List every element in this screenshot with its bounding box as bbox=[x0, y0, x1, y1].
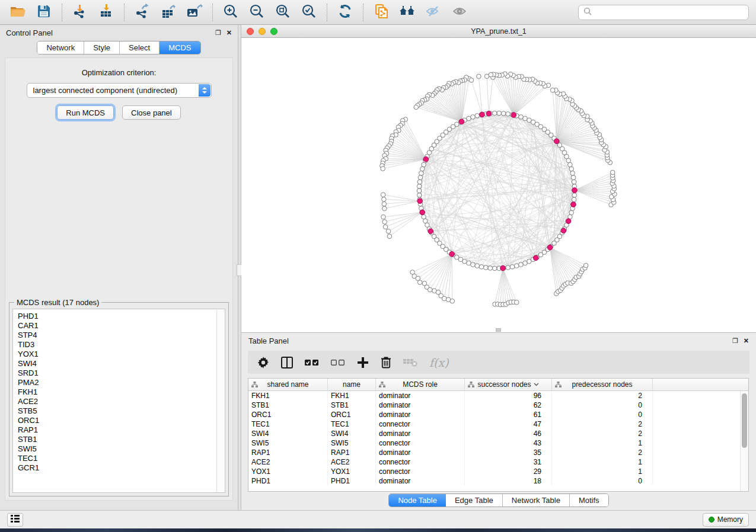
mcds-result-item[interactable]: TEC1 bbox=[18, 454, 212, 463]
column-chooser-icon[interactable] bbox=[281, 354, 293, 371]
task-list-icon bbox=[11, 514, 20, 525]
deselect-all-icon[interactable] bbox=[331, 354, 345, 371]
save-session-button[interactable] bbox=[33, 2, 55, 23]
right-area: YPA_prune.txt_1 Table Panel bbox=[241, 25, 756, 510]
graph-leaf-nodes[interactable] bbox=[380, 72, 617, 307]
table-scrollbar[interactable] bbox=[740, 391, 748, 491]
network-canvas[interactable] bbox=[241, 38, 756, 332]
mcds-result-group: MCDS result (17 nodes) PHD1CAR1STP4TID3Y… bbox=[9, 302, 229, 496]
tab-edge-table[interactable]: Edge Table bbox=[446, 494, 503, 507]
mcds-result-listbox[interactable]: PHD1CAR1STP4TID3YOX1SWI4SRD1PMA2FKH1ACE2… bbox=[12, 309, 225, 493]
mcds-result-item[interactable]: SWI5 bbox=[18, 444, 212, 454]
zoom-out-button[interactable] bbox=[246, 2, 267, 23]
float-panel-icon[interactable]: ❐ bbox=[732, 338, 738, 344]
toolbar-separator bbox=[363, 4, 363, 21]
close-panel-icon[interactable]: ✕ bbox=[227, 30, 232, 36]
table-panel-header: Table Panel ❐ ✕ bbox=[241, 333, 756, 348]
import-network-button[interactable] bbox=[69, 2, 91, 23]
function-builder-icon[interactable]: f(x) bbox=[429, 354, 449, 371]
select-all-icon[interactable] bbox=[305, 354, 319, 371]
column-header-predecessor-nodes[interactable]: predecessor nodes bbox=[552, 379, 653, 390]
mcds-result-item[interactable]: CAR1 bbox=[18, 321, 212, 331]
table-row[interactable]: SWI4SWI4dominator462 bbox=[248, 429, 740, 438]
node-table: shared namenameMCDS rolesuccessor nodesp… bbox=[248, 378, 749, 492]
search-field[interactable] bbox=[578, 5, 749, 20]
table-row[interactable]: STB1STB1dominator620 bbox=[248, 400, 740, 410]
table-row[interactable]: YOX1YOX1connector291 bbox=[248, 467, 740, 476]
mcds-result-item[interactable]: PHD1 bbox=[18, 312, 212, 321]
mcds-result-item[interactable]: ORC1 bbox=[18, 416, 212, 425]
table-row[interactable]: ORC1ORC1dominator610 bbox=[248, 410, 740, 419]
table-row[interactable]: RAP1RAP1dominator352 bbox=[248, 448, 740, 457]
close-panel-button[interactable]: Close panel bbox=[122, 105, 181, 120]
cell-mcds_role: dominator bbox=[376, 448, 465, 457]
table-row[interactable]: PHD1PHD1dominator180 bbox=[248, 476, 740, 486]
cell-successor_nodes: 35 bbox=[465, 448, 552, 457]
tab-node-table[interactable]: Node Table bbox=[389, 494, 446, 507]
task-history-button[interactable] bbox=[7, 513, 23, 527]
cell-mcds_role: dominator bbox=[376, 400, 465, 410]
export-table-button[interactable] bbox=[158, 2, 179, 23]
delete-table-icon[interactable] bbox=[403, 354, 417, 371]
zoom-out-icon bbox=[249, 4, 264, 21]
search-input[interactable] bbox=[595, 8, 744, 17]
tab-style[interactable]: Style bbox=[84, 41, 120, 54]
gear-icon[interactable] bbox=[257, 354, 269, 371]
column-header-shared-name[interactable]: shared name bbox=[248, 379, 328, 390]
close-panel-icon[interactable]: ✕ bbox=[744, 338, 749, 344]
mcds-result-item[interactable]: SWI4 bbox=[18, 359, 212, 368]
mcds-result-item[interactable]: ACE2 bbox=[18, 397, 212, 406]
column-header-MCDS-role[interactable]: MCDS role bbox=[376, 379, 465, 390]
export-network-button[interactable] bbox=[132, 2, 153, 23]
tab-mcds[interactable]: MCDS bbox=[160, 41, 200, 54]
column-header-successor-nodes[interactable]: successor nodes bbox=[465, 379, 552, 390]
table-scrollbar-thumb[interactable] bbox=[742, 393, 747, 448]
mcds-result-item[interactable]: FKH1 bbox=[18, 387, 212, 397]
canvas-scroll-thumb[interactable] bbox=[496, 328, 501, 332]
table-row[interactable]: TEC1TEC1connector472 bbox=[248, 419, 740, 429]
zoom-selected-button[interactable] bbox=[298, 2, 320, 23]
float-panel-icon[interactable]: ❐ bbox=[215, 30, 221, 36]
add-column-icon[interactable] bbox=[357, 354, 369, 371]
tab-select[interactable]: Select bbox=[120, 41, 160, 54]
mcds-result-item[interactable]: TID3 bbox=[18, 340, 212, 350]
table-row[interactable]: SWI5SWI5connector431 bbox=[248, 438, 740, 448]
zoom-fit-button[interactable] bbox=[272, 2, 294, 23]
search-icon bbox=[583, 7, 592, 18]
tab-network-table[interactable]: Network Table bbox=[503, 494, 570, 507]
hide-selected-button[interactable] bbox=[423, 2, 444, 23]
show-all-button[interactable] bbox=[449, 2, 470, 23]
run-mcds-button[interactable]: Run MCDS bbox=[57, 105, 114, 120]
tab-motifs[interactable]: Motifs bbox=[570, 494, 608, 507]
apply-layout-button[interactable] bbox=[334, 2, 356, 23]
mcds-result-item[interactable]: RAP1 bbox=[18, 425, 212, 435]
mcds-result-item[interactable]: YOX1 bbox=[18, 350, 212, 359]
mcds-result-item[interactable]: STB1 bbox=[18, 435, 212, 444]
cell-predecessor_nodes: 1 bbox=[552, 467, 653, 476]
tab-network[interactable]: Network bbox=[37, 41, 84, 54]
open-file-button[interactable] bbox=[7, 2, 28, 23]
cell-successor_nodes: 96 bbox=[465, 391, 552, 400]
memory-label: Memory bbox=[717, 515, 743, 524]
export-image-button[interactable] bbox=[184, 2, 205, 23]
network-graph[interactable] bbox=[241, 38, 756, 332]
mcds-result-item[interactable]: GCR1 bbox=[18, 463, 212, 473]
mcds-result-item[interactable]: PMA2 bbox=[18, 378, 212, 387]
table-row[interactable]: ACE2ACE2connector311 bbox=[248, 457, 740, 467]
memory-button[interactable]: Memory bbox=[703, 513, 749, 527]
duplicate-network-button[interactable] bbox=[371, 2, 392, 23]
table-row[interactable]: FKH1FKH1dominator962 bbox=[248, 391, 740, 400]
mcds-result-item[interactable]: STP4 bbox=[18, 331, 212, 340]
mcds-result-item[interactable]: SRD1 bbox=[18, 368, 212, 378]
save-session-icon bbox=[37, 4, 51, 21]
column-header-name[interactable]: name bbox=[328, 379, 376, 390]
zoom-in-button[interactable] bbox=[220, 2, 241, 23]
import-table-button[interactable] bbox=[95, 2, 117, 23]
first-neighbors-button[interactable] bbox=[397, 2, 418, 23]
mcds-result-item[interactable]: STB5 bbox=[18, 406, 212, 416]
delete-column-icon[interactable] bbox=[381, 354, 391, 371]
mcds-result-scrollbar[interactable] bbox=[216, 310, 224, 492]
network-window-title: YPA_prune.txt_1 bbox=[241, 27, 756, 36]
criterion-select[interactable]: largest connected component (undirected) bbox=[27, 83, 212, 98]
cell-shared_name: FKH1 bbox=[248, 391, 328, 400]
